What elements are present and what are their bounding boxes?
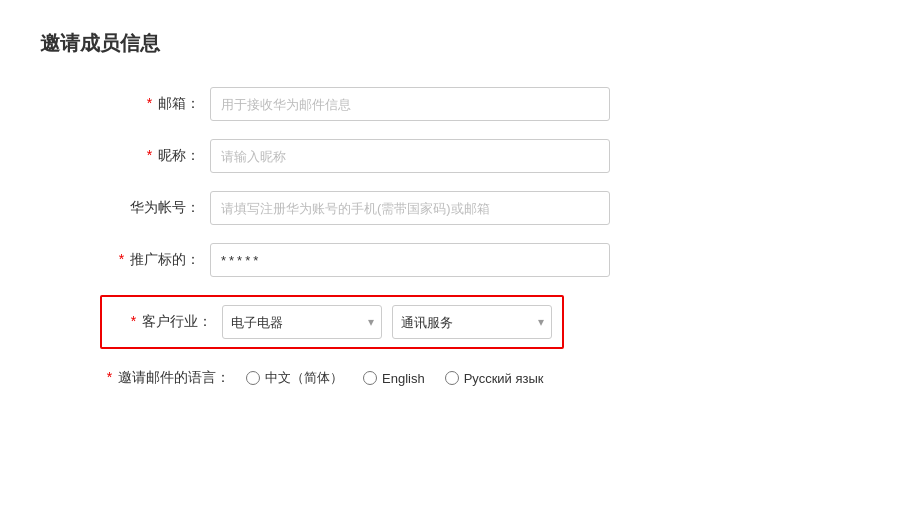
language-radio-en[interactable] — [363, 371, 377, 385]
promotion-tag-input[interactable] — [210, 243, 610, 277]
language-label: * 邀请邮件的语言： — [100, 369, 230, 387]
language-label-en: English — [382, 371, 425, 386]
industry-row: * 客户行业： 电子电器 ▾ 通讯服务 ▾ — [100, 295, 564, 349]
language-option-en[interactable]: English — [363, 371, 425, 386]
form-container: * 邮箱： * 昵称： 华为帐号： * 推广标的： — [100, 87, 883, 387]
nickname-required-star: * — [147, 147, 152, 163]
huawei-account-row: 华为帐号： — [100, 191, 883, 225]
email-label: * 邮箱： — [100, 95, 200, 113]
promotion-tag-required-star: * — [119, 251, 124, 267]
language-option-zh[interactable]: 中文（简体） — [246, 369, 343, 387]
language-label-ru: Русский язык — [464, 371, 544, 386]
email-row: * 邮箱： — [100, 87, 883, 121]
page-container: 邀请成员信息 * 邮箱： * 昵称： 华为帐号： — [0, 0, 923, 523]
huawei-account-input[interactable] — [210, 191, 610, 225]
language-radio-zh[interactable] — [246, 371, 260, 385]
language-radio-group: 中文（简体） English Русский язык — [246, 369, 544, 387]
language-radio-ru[interactable] — [445, 371, 459, 385]
language-label-zh: 中文（简体） — [265, 369, 343, 387]
huawei-account-label: 华为帐号： — [100, 199, 200, 217]
nickname-input[interactable] — [210, 139, 610, 173]
primary-industry-select[interactable]: 电子电器 — [222, 305, 382, 339]
industry-required-star: * — [131, 313, 136, 329]
language-required-star: * — [107, 369, 112, 385]
industry-outer-row: * 客户行业： 电子电器 ▾ 通讯服务 ▾ — [100, 295, 883, 349]
email-required-star: * — [147, 95, 152, 111]
industry-label: * 客户行业： — [112, 313, 212, 331]
secondary-industry-wrapper: 通讯服务 ▾ — [392, 305, 552, 339]
email-input[interactable] — [210, 87, 610, 121]
page-title: 邀请成员信息 — [40, 30, 883, 57]
language-row: * 邀请邮件的语言： 中文（简体） English Русский язык — [100, 369, 883, 387]
nickname-row: * 昵称： — [100, 139, 883, 173]
nickname-label: * 昵称： — [100, 147, 200, 165]
language-option-ru[interactable]: Русский язык — [445, 371, 544, 386]
primary-industry-wrapper: 电子电器 ▾ — [222, 305, 382, 339]
promotion-tag-label: * 推广标的： — [100, 251, 200, 269]
secondary-industry-select[interactable]: 通讯服务 — [392, 305, 552, 339]
promotion-tag-row: * 推广标的： — [100, 243, 883, 277]
